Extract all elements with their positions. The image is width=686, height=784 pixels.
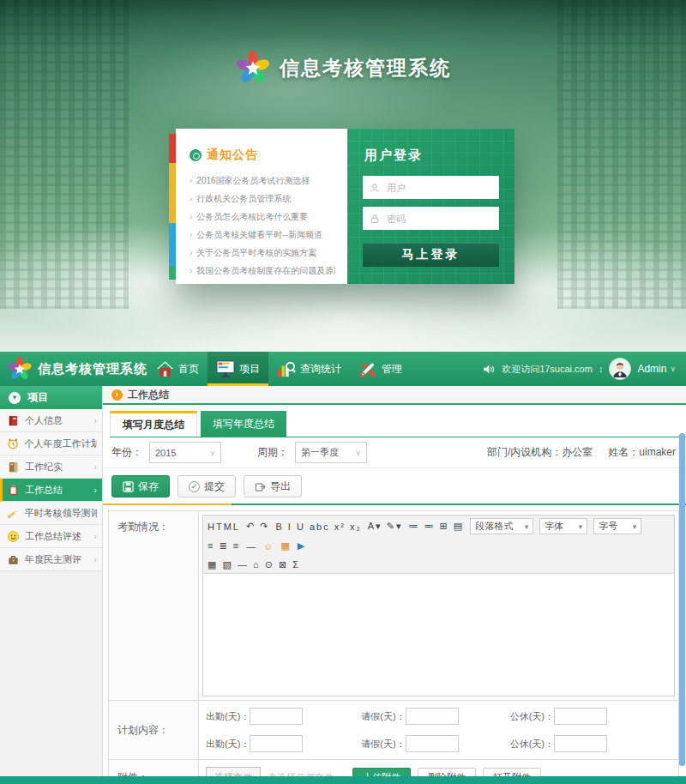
period-value: 第一季度 xyxy=(301,446,339,459)
navbar-title: 信息考核管理系统 xyxy=(38,361,147,377)
nav-item-label: 首页 xyxy=(178,362,199,377)
sidebar-item-democratic-evaluation[interactable]: 年度民主测评 xyxy=(0,548,102,571)
sidebar-item-summary-review[interactable]: 工作总结评述 xyxy=(0,525,102,548)
welcome-text: 欢迎访问17sucai.com xyxy=(502,363,593,376)
nav-item-home[interactable]: 首页 xyxy=(147,352,208,386)
brown-book-icon xyxy=(7,461,20,473)
sort-arrows-icon[interactable]: ↕ xyxy=(599,364,604,374)
tab-monthly-summary[interactable]: 填写月度总结 xyxy=(110,411,197,437)
holiday-days-input-1[interactable] xyxy=(554,708,607,725)
sidebar-header-projects[interactable]: ▼ 项目 xyxy=(0,386,102,409)
lock-icon xyxy=(370,213,380,225)
sidebar-item-annual-plan[interactable]: 个人年度工作计划 xyxy=(0,432,102,455)
save-button[interactable]: 保存 xyxy=(111,475,170,498)
leave-days-input-1[interactable] xyxy=(406,708,459,725)
leave-days-input-2[interactable] xyxy=(406,735,459,752)
summary-form: 考勤情况： HTML ↶ ↷ B I U abc x² x₂ A▾ ✎▾ ≔ ≕… xyxy=(108,510,679,784)
avatar[interactable] xyxy=(609,358,631,380)
work-days-input-1[interactable] xyxy=(250,708,303,725)
emoji-button[interactable]: ☺ xyxy=(263,541,274,552)
nav-item-projects[interactable]: 项目 xyxy=(208,352,268,386)
page-scrollbar[interactable] xyxy=(679,433,685,766)
breadcrumb: 工作总结 xyxy=(103,386,686,405)
paragraph-format-dropdown[interactable]: 段落格式 xyxy=(470,518,533,534)
plan-subrow-2: 出勤(天)： 请假(天)： 公休(天)： xyxy=(202,730,675,757)
tab-annual-summary[interactable]: 填写年度总结 xyxy=(201,411,286,437)
sidebar-item-work-summary[interactable]: 工作总结 xyxy=(0,479,102,502)
text-style-buttons[interactable]: B I U abc x² x₂ xyxy=(275,522,361,532)
check-circle-icon: ✓ xyxy=(189,481,200,492)
plan-subrow-1: 出勤(天)： 请假(天)： 公休(天)： xyxy=(202,703,675,730)
monitor-icon xyxy=(216,360,235,378)
user-menu[interactable]: Admin xyxy=(637,363,676,375)
floppy-icon xyxy=(123,481,134,492)
work-days-input-2[interactable] xyxy=(250,735,303,752)
plan-row: 计划内容： 出勤(天)： 请假(天)： 公休(天)： xyxy=(109,701,678,760)
hr-button[interactable]: — xyxy=(246,541,257,552)
font-family-dropdown[interactable]: 字体 xyxy=(539,518,587,534)
notice-title: 通知公告 xyxy=(207,148,258,163)
notice-bullseye-icon xyxy=(190,149,202,161)
sidebar-item-leader-evaluation[interactable]: 平时考核领导测评 xyxy=(0,502,102,525)
export-icon xyxy=(255,481,266,492)
action-bar: 保存 ✓ 提交 导出 xyxy=(103,468,686,504)
login-title: 用户登录 xyxy=(364,148,499,164)
accent-divider xyxy=(103,504,686,505)
image-button[interactable]: ▦ xyxy=(280,540,291,552)
submit-button[interactable]: ✓ 提交 xyxy=(178,475,236,498)
holiday-days-label: 公休(天)： xyxy=(510,738,554,751)
align-buttons[interactable]: ≡ ≣ ≡ xyxy=(208,540,240,552)
notice-link[interactable]: 行政机关公务员管理系统 xyxy=(190,190,335,208)
tab-bar: 填写月度总结 填写年度总结 xyxy=(110,411,686,437)
server-rack-decoration xyxy=(557,0,686,309)
chevron-down-icon: ▼ xyxy=(9,392,21,404)
rich-text-editor: HTML ↶ ↷ B I U abc x² x₂ A▾ ✎▾ ≔ ≕ ⊞ ▤ 段… xyxy=(202,515,675,697)
editor-content-area[interactable] xyxy=(203,574,674,696)
nav-item-statistics[interactable]: 查询统计 xyxy=(268,352,350,386)
password-input[interactable] xyxy=(387,214,492,224)
sidebar-item-label: 工作总结 xyxy=(25,484,63,497)
login-hero: 信息考核管理系统 通知公告 2016国家公务员考试行测选择 行政机关公务员管理系… xyxy=(0,0,686,352)
nav-item-admin[interactable]: 管理 xyxy=(350,352,411,386)
login-form: 用户登录 马上登录 xyxy=(347,129,514,284)
export-button[interactable]: 导出 xyxy=(244,475,302,498)
holiday-days-input-2[interactable] xyxy=(554,735,607,752)
table-formula-buttons[interactable]: ▦ ▧ — ⌂ ⊙ ⊠ Σ xyxy=(208,559,670,570)
list-indent-buttons[interactable]: ≔ ≕ ⊞ ▤ xyxy=(408,521,464,532)
year-label: 年份： xyxy=(111,445,142,460)
user-context-info: 部门/内设机构：办公室 姓名：uimaker xyxy=(487,445,676,460)
editor-toolbar: HTML ↶ ↷ B I U abc x² x₂ A▾ ✎▾ ≔ ≕ ⊞ ▤ 段… xyxy=(203,516,674,574)
filter-row: 年份： 2015 周期： 第一季度 部门/内设机构：办公室 姓名：uimaker xyxy=(103,437,686,468)
notice-link[interactable]: 关于公务员平时考核的实施方案 xyxy=(190,244,335,262)
sidebar-item-work-record[interactable]: 工作纪实 xyxy=(0,455,102,479)
sidebar-item-personal-info[interactable]: 个人信息 xyxy=(0,409,102,432)
period-label: 周期： xyxy=(257,445,288,460)
sidebar-item-label: 工作纪实 xyxy=(25,461,63,473)
export-label: 导出 xyxy=(270,479,291,494)
hero-title: 信息考核管理系统 xyxy=(280,55,451,81)
color-buttons[interactable]: A▾ ✎▾ xyxy=(368,521,403,532)
speaker-icon xyxy=(483,364,496,375)
period-select[interactable]: 第一季度 xyxy=(295,442,367,463)
sidebar: ▼ 项目 个人信息 个人年度工作计划 工作纪 xyxy=(0,386,103,776)
notice-link[interactable]: 公务员怎么考核比考什么重要 xyxy=(190,208,335,226)
notice-list: 2016国家公务员考试行测选择 行政机关公务员管理系统 公务员怎么考核比考什么重… xyxy=(190,172,335,280)
year-select[interactable]: 2015 xyxy=(149,442,221,463)
field-group: 公休(天)： xyxy=(510,708,607,725)
year-value: 2015 xyxy=(155,448,176,458)
username-input[interactable] xyxy=(387,183,492,193)
notice-link[interactable]: 我国公务员考核制度存在的问题及原因 xyxy=(190,262,335,280)
login-submit-button[interactable]: 马上登录 xyxy=(363,243,499,267)
red-notebook-icon xyxy=(7,414,20,427)
user-icon xyxy=(370,182,380,194)
undo-redo-buttons[interactable]: ↶ ↷ xyxy=(246,521,270,532)
sidebar-item-label: 个人信息 xyxy=(25,414,63,427)
notice-link[interactable]: 2016国家公务员考试行测选择 xyxy=(190,172,335,190)
media-button[interactable]: ▶ xyxy=(298,540,306,552)
attendance-label: 考勤情况： xyxy=(109,511,199,700)
source-button[interactable]: HTML xyxy=(208,522,240,532)
font-size-dropdown[interactable]: 字号 xyxy=(593,518,641,534)
font-family-label: 字体 xyxy=(545,520,563,533)
notice-link[interactable]: 公务员考核关键看平时--新闻频道 xyxy=(190,226,335,244)
login-panel: 通知公告 2016国家公务员考试行测选择 行政机关公务员管理系统 公务员怎么考核… xyxy=(176,129,514,284)
